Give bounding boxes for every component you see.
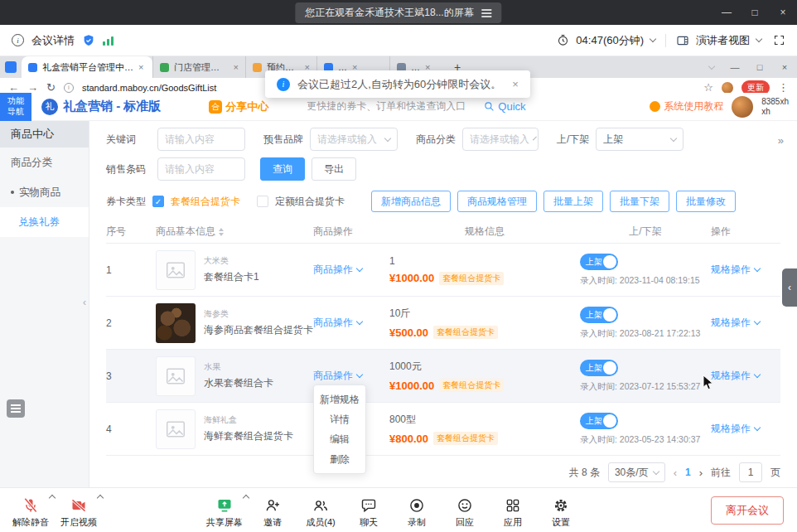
members-button[interactable]: 成员(4) [297, 492, 345, 529]
browser-logo-icon[interactable] [5, 61, 17, 73]
product-action-link[interactable]: 商品操作 [313, 263, 362, 277]
apps-grid-icon [505, 496, 521, 515]
page-size-select[interactable]: 30条/页 [608, 462, 665, 482]
site-info-icon[interactable]: i [64, 83, 74, 93]
window-controls: — □ × [712, 0, 797, 25]
batch-on-shelf-button[interactable]: 批量上架 [543, 191, 603, 212]
meeting-timer[interactable]: 04:47(60分钟) [576, 33, 644, 48]
start-video-button[interactable]: 开启视频 [55, 492, 103, 529]
spec-manage-button[interactable]: 商品规格管理 [457, 191, 537, 212]
header-info[interactable]: 商品基本信息 [156, 225, 313, 239]
apps-button[interactable]: 应用 [489, 492, 537, 529]
quick-link[interactable]: Quick [484, 100, 525, 113]
shelf-toggle[interactable]: 上架 [580, 413, 618, 429]
shelf-cell: 上架 录入时间: 2023-08-21 17:22:13 [580, 307, 711, 340]
dropdown-item-add-spec[interactable]: 新增规格 [314, 389, 365, 409]
shelf-toggle[interactable]: 上架 [580, 307, 618, 323]
product-action-link[interactable]: 商品操作 [313, 369, 362, 383]
view-dropdown-icon[interactable] [756, 36, 762, 42]
barcode-input[interactable] [157, 157, 245, 181]
shelf-select[interactable]: 上架 [596, 128, 683, 151]
meeting-details-label[interactable]: 会议详情 [31, 33, 75, 48]
floating-task-button[interactable] [7, 399, 25, 418]
network-signal-icon[interactable] [103, 36, 114, 46]
search-icon [484, 101, 495, 112]
settings-button[interactable]: 设置 [537, 492, 585, 529]
dropdown-item-delete[interactable]: 删除 [314, 449, 365, 469]
dropdown-item-edit[interactable]: 编辑 [314, 429, 365, 449]
price: ¥1000.00 [389, 272, 434, 284]
combo-card-checkbox-label[interactable]: 套餐组合提货卡 [171, 195, 240, 209]
fixed-card-checkbox-label[interactable]: 定额组合提货卡 [275, 195, 345, 209]
export-button[interactable]: 导出 [312, 157, 356, 181]
tab-close-icon[interactable]: × [138, 62, 143, 72]
spec-value: 1000元 [389, 360, 580, 374]
reactions-button[interactable]: 回应 [441, 492, 489, 529]
bookmark-star-icon[interactable]: ☆ [703, 81, 713, 94]
browser-close-button[interactable]: × [772, 56, 797, 78]
function-nav-button[interactable]: 功能 导航 [0, 93, 31, 121]
record-button[interactable]: 录制 [393, 492, 441, 529]
current-page[interactable]: 1 [685, 467, 691, 478]
sidebar-collapse-icon[interactable]: ‹ [83, 297, 86, 308]
combo-card-checkbox[interactable]: ✓ [152, 196, 164, 207]
meeting-info-icon[interactable]: i [12, 34, 24, 46]
browser-tab[interactable]: 门店管理中心 × [152, 56, 245, 78]
batch-edit-button[interactable]: 批量修改 [676, 191, 736, 212]
security-shield-icon[interactable] [82, 34, 95, 47]
share-center-link[interactable]: 合 分享中心 [209, 99, 268, 114]
sidebar-item-physical-goods[interactable]: 实物商品 [0, 177, 89, 207]
chat-button[interactable]: 聊天 [345, 492, 393, 529]
next-page-button[interactable]: › [699, 467, 703, 479]
leave-meeting-button[interactable]: 离开会议 [711, 496, 784, 525]
invite-button[interactable]: 邀请 [249, 492, 297, 529]
add-product-button[interactable]: 新增商品信息 [371, 191, 451, 212]
view-mode-label[interactable]: 演讲者视图 [696, 33, 750, 48]
toast-close-icon[interactable]: × [512, 78, 519, 90]
spec-action-label: 规格操作 [711, 369, 751, 383]
batch-off-shelf-button[interactable]: 批量下架 [610, 191, 669, 212]
tab-list-icon[interactable] [708, 62, 715, 69]
spec-action-link[interactable]: 规格操作 [711, 422, 760, 436]
maximize-button[interactable]: □ [741, 0, 769, 25]
shelf-toggle[interactable]: 上架 [580, 254, 618, 270]
fullscreen-icon[interactable] [773, 34, 785, 46]
brand-select[interactable]: 请选择或输入 [310, 128, 398, 151]
keyword-input[interactable] [157, 128, 245, 151]
prev-page-button[interactable]: ‹ [674, 467, 677, 479]
spec-action-link[interactable]: 规格操作 [711, 369, 760, 383]
browser-minimize-button[interactable]: — [722, 56, 747, 78]
banner-menu-icon[interactable] [482, 9, 492, 17]
user-avatar[interactable] [732, 96, 753, 118]
shelf-toggle[interactable]: 上架 [580, 360, 618, 376]
close-button[interactable]: × [769, 0, 797, 25]
browser-tab-active[interactable]: 礼盒营销平台管理中… × [22, 56, 152, 78]
dropdown-item-details[interactable]: 详情 [314, 409, 365, 429]
right-drawer-handle[interactable]: ‹ [782, 268, 797, 307]
browser-profile-avatar[interactable] [722, 82, 733, 94]
goto-page-input[interactable] [739, 462, 762, 482]
category-select[interactable]: 请选择或输入 [462, 128, 539, 151]
unmute-button[interactable]: 解除静音 [7, 492, 55, 529]
sidebar-item-gift-voucher[interactable]: 兑换礼券 [0, 207, 89, 237]
filter-collapse-icon[interactable]: » [778, 134, 784, 147]
sidebar-section-product-center[interactable]: 商品中心 [0, 121, 89, 148]
sort-icon[interactable] [219, 228, 224, 236]
share-screen-button[interactable]: 共享屏幕 [200, 492, 249, 529]
chevron-down-icon [356, 265, 363, 272]
brand[interactable]: 礼 礼盒营销 - 标准版 [41, 99, 161, 115]
timer-dropdown-icon[interactable] [650, 36, 656, 42]
spec-action-link[interactable]: 规格操作 [711, 316, 760, 330]
sidebar-item-category[interactable]: 商品分类 [0, 148, 89, 177]
product-action-link[interactable]: 商品操作 [313, 316, 362, 330]
browser-menu-icon[interactable]: ⋮ [778, 81, 789, 94]
fixed-card-checkbox[interactable] [257, 196, 268, 207]
spec-action-link[interactable]: 规格操作 [711, 263, 760, 277]
browser-maximize-button[interactable]: □ [747, 56, 772, 78]
minimize-button[interactable]: — [712, 0, 741, 25]
reload-icon[interactable]: ↻ [46, 81, 56, 94]
watching-banner[interactable]: 您正在观看金禾通技术王斌18...的屏幕 [295, 2, 501, 23]
tab-close-icon[interactable]: × [234, 62, 239, 72]
tutorial-link[interactable]: 系统使用教程 [650, 99, 723, 114]
search-button[interactable]: 查询 [260, 157, 305, 181]
